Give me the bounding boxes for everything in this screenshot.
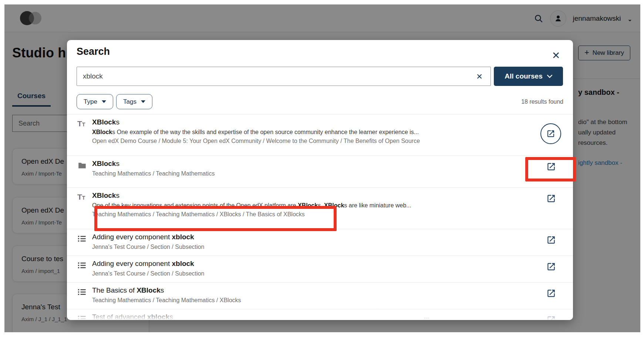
list-icon: [77, 314, 87, 320]
result-body: Test of advanced xblocks: [92, 313, 525, 320]
open-in-new-icon[interactable]: [546, 235, 556, 245]
result-title: Adding every component xblock: [92, 260, 525, 268]
studio-page: jennamakowski ⌄ Studio h Courses L Open …: [4, 4, 640, 332]
search-result-row[interactable]: Adding every component xblockJenna's Tes…: [67, 256, 573, 282]
result-title: Test of advanced xblocks: [92, 313, 525, 320]
result-description: XBlocks One example of the way the skill…: [92, 129, 525, 136]
all-courses-dropdown[interactable]: All courses: [494, 67, 563, 86]
text-icon: TT: [77, 193, 87, 202]
search-result-row[interactable]: Adding every component xblockJenna's Tes…: [67, 229, 573, 256]
clear-search-icon[interactable]: ✕: [474, 71, 485, 82]
result-title: XBlocks: [92, 118, 525, 126]
results-count: 18 results found: [521, 99, 563, 105]
result-body: XBlocksXBlocks One example of the way th…: [92, 118, 525, 144]
result-title: XBlocks: [92, 191, 525, 200]
truncated-ellipsis: ...: [424, 312, 430, 320]
dropdown-arrow-icon: [141, 100, 145, 103]
result-breadcrumb: Teaching Mathematics / Teaching Mathemat…: [92, 297, 525, 304]
result-body: Adding every component xblockJenna's Tes…: [92, 233, 525, 250]
type-filter-button[interactable]: Type: [77, 94, 113, 109]
search-modal: Search ✕ ✕ All courses Type Tags 18 resu…: [67, 40, 573, 320]
dropdown-arrow-icon: [102, 100, 106, 103]
all-courses-label: All courses: [505, 72, 542, 80]
search-result-row[interactable]: XBlocksTeaching Mathematics / Teaching M…: [67, 156, 573, 187]
search-result-row[interactable]: The Basics of XBlocksTeaching Mathematic…: [67, 282, 573, 309]
modal-title: Search: [77, 46, 110, 57]
modal-search-input[interactable]: [77, 67, 491, 86]
type-filter-label: Type: [84, 98, 97, 106]
search-result-row[interactable]: Test of advanced xblocks...: [67, 309, 573, 320]
search-result-row[interactable]: TTXBlocksXBlocks One example of the way …: [67, 114, 573, 156]
result-body: The Basics of XBlocksTeaching Mathematic…: [92, 286, 525, 304]
folder-icon: [77, 161, 87, 170]
chevron-down-icon: [547, 75, 552, 78]
open-in-new-icon[interactable]: [546, 289, 556, 298]
result-breadcrumb: Jenna's Test Course / Section / Subsecti…: [92, 244, 525, 250]
result-body: Adding every component xblockJenna's Tes…: [92, 260, 525, 277]
result-title: XBlocks: [92, 160, 525, 168]
result-title: Adding every component xblock: [92, 233, 525, 241]
list-icon: [77, 234, 87, 244]
open-in-new-icon[interactable]: [546, 262, 556, 271]
open-in-new-icon[interactable]: [546, 315, 556, 320]
close-icon[interactable]: ✕: [549, 49, 563, 62]
result-breadcrumb: Open edX Demo Course / Module 5: Your Op…: [92, 138, 525, 144]
open-in-new-icon[interactable]: [540, 123, 561, 144]
tags-filter-button[interactable]: Tags: [116, 94, 152, 109]
result-body: XBlocksTeaching Mathematics / Teaching M…: [92, 160, 525, 177]
tags-filter-label: Tags: [123, 98, 136, 106]
open-in-new-icon[interactable]: [546, 194, 556, 203]
text-icon: TT: [77, 119, 87, 129]
annotation-rectangle-open-icon: [525, 157, 576, 181]
annotation-rectangle-breadcrumb: [94, 206, 337, 231]
result-title: The Basics of XBlocks: [92, 286, 525, 294]
result-breadcrumb: Teaching Mathematics / Teaching Mathemat…: [92, 170, 525, 177]
result-breadcrumb: Jenna's Test Course / Section / Subsecti…: [92, 270, 525, 277]
list-icon: [77, 287, 87, 297]
list-icon: [77, 261, 87, 270]
